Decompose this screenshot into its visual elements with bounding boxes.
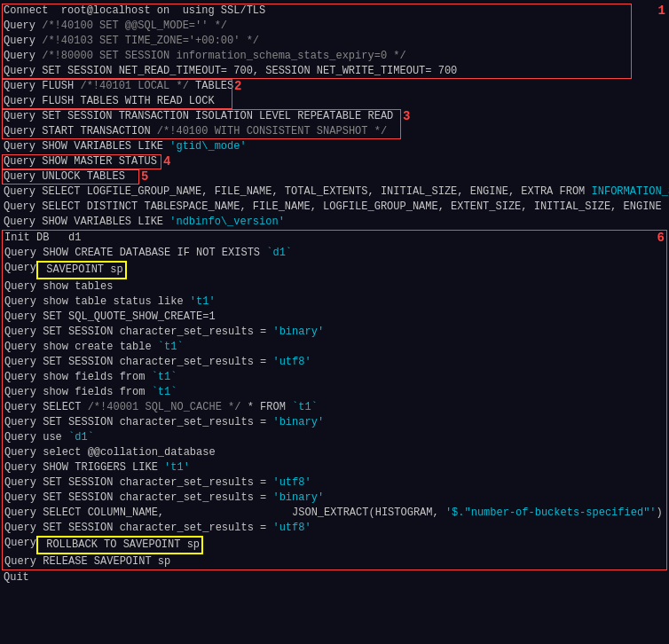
line-use-d1: Query use `d1` — [3, 430, 666, 445]
line-connect: Connect root@localhost on using SSL/TLS — [2, 4, 667, 19]
line-show-fields-1: Query show fields from `t1` — [3, 370, 666, 385]
line-6: Query FLUSH TABLES WITH READ LOCK — [2, 94, 667, 109]
line-show-create-db: Query SHOW CREATE DATABASE IF NOT EXISTS… — [3, 246, 666, 261]
line-rollback: Query ROLLBACK TO SAVEPOINT sp — [3, 536, 666, 554]
section-label-3: 3 — [403, 109, 410, 123]
line-8: Query START TRANSACTION /*!40100 WITH CO… — [2, 124, 667, 139]
line-show-fields-2: Query show fields from `t1` — [3, 385, 666, 400]
line-select-logfile: Query SELECT LOGFILE_GROUP_NAME, FILE_NA… — [2, 185, 667, 200]
line-select-distinct: Query SELECT DISTINCT TABLESPACE_NAME, F… — [2, 200, 667, 215]
line-set-binary-3: Query SET SESSION character_set_results … — [3, 491, 666, 506]
line-show-table-status: Query show table status like 't1' — [3, 295, 666, 310]
line-set-utf8-3: Query SET SESSION character_set_results … — [3, 521, 666, 536]
line-savepoint: Query SAVEPOINT sp — [3, 261, 666, 279]
terminal-window: 1 Connect root@localhost on using SSL/TL… — [0, 0, 669, 644]
line-3: Query /*!80000 SET SESSION information_s… — [2, 49, 667, 64]
line-quit: Quit — [2, 570, 667, 585]
line-5: Query FLUSH /*!40101 LOCAL */ TABLES — [2, 79, 667, 94]
line-4: Query SET SESSION NET_READ_TIMEOUT= 700,… — [2, 64, 667, 79]
line-1: Query /*!40100 SET @@SQL_MODE='' */ — [2, 19, 667, 34]
section-label-1: 1 — [658, 4, 665, 18]
section-label-4: 4 — [163, 154, 170, 169]
line-set-utf8-2: Query SET SESSION character_set_results … — [3, 475, 666, 491]
line-show-create-table: Query show create table `t1` — [3, 340, 666, 355]
section-label-5: 5 — [141, 169, 148, 184]
line-set-binary-1: Query SET SESSION character_set_results … — [3, 325, 666, 340]
section-label-6: 6 — [657, 231, 665, 245]
line-7: Query SET SESSION TRANSACTION ISOLATION … — [2, 109, 667, 124]
line-init-db: Init DB d1 — [3, 231, 666, 246]
line-select-collation: Query select @@collation_database — [3, 445, 666, 460]
line-set-binary-2: Query SET SESSION character_set_results … — [3, 415, 666, 430]
line-select-nocache: Query SELECT /*!40001 SQL_NO_CACHE */ * … — [3, 400, 666, 415]
line-2: Query /*!40103 SET TIME_ZONE='+00:00' */ — [2, 34, 667, 49]
line-9: Query SHOW VARIABLES LIKE 'gtid\_mode' — [2, 139, 667, 154]
line-show-tables: Query show tables — [3, 279, 666, 295]
line-set-sql-quote: Query SET SQL_QUOTE_SHOW_CREATE=1 — [3, 310, 666, 325]
line-select-column: Query SELECT COLUMN_NAME, JSON_EXTRACT(H… — [3, 506, 666, 521]
line-show-triggers: Query SHOW TRIGGERS LIKE 't1' — [3, 460, 666, 475]
line-release-savepoint: Query RELEASE SAVEPOINT sp — [3, 554, 666, 569]
line-set-utf8-1: Query SET SESSION character_set_results … — [3, 355, 666, 370]
line-unlock: Query UNLOCK TABLES — [2, 169, 667, 185]
line-show-master: Query SHOW MASTER STATUS — [2, 154, 667, 169]
line-show-ndb: Query SHOW VARIABLES LIKE 'ndbinfo\_vers… — [2, 215, 667, 230]
section-label-2: 2 — [234, 79, 241, 93]
